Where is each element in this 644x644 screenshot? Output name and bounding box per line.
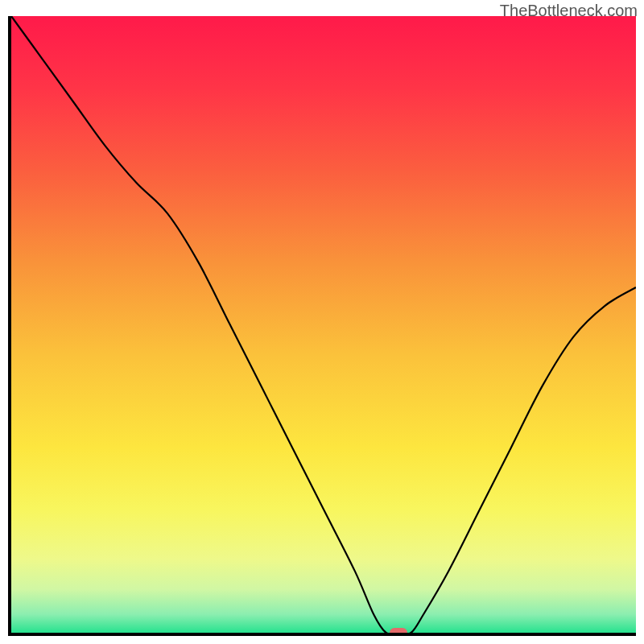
chart-frame: [8, 16, 636, 636]
watermark-text: TheBottleneck.com: [500, 2, 638, 20]
